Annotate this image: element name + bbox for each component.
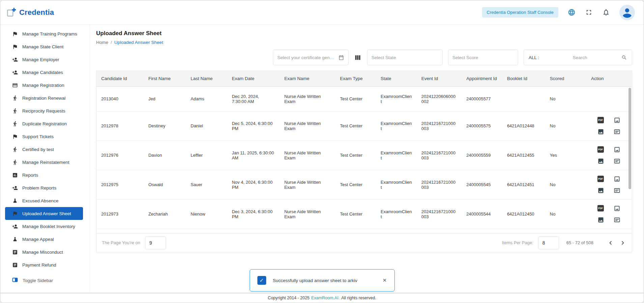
page-number-input[interactable] (145, 236, 166, 249)
column-header[interactable]: Exam Name (280, 71, 335, 86)
sidebar-item[interactable]: Manage Reinstatement (5, 156, 83, 169)
sidebar-item[interactable]: Manage State Client (5, 40, 83, 53)
card-action-icon[interactable] (614, 217, 621, 223)
sidebar-item-label: Registration Renewal (22, 96, 65, 101)
pdf-icon[interactable]: PDF (597, 205, 605, 212)
search-icon[interactable] (621, 55, 627, 60)
next-page-button[interactable] (619, 239, 626, 247)
fullscreen-icon[interactable] (585, 8, 593, 16)
state-filter-placeholder: Select State (371, 55, 438, 60)
cell-last-name: Nienow (186, 199, 227, 229)
sidebar-item[interactable]: Manage Misconduct (5, 246, 83, 258)
card-action-icon[interactable] (614, 158, 621, 165)
search-input[interactable] (541, 55, 619, 60)
card-action-icon[interactable] (614, 128, 621, 135)
cell-last-name: Sauer (186, 170, 227, 199)
cell-scored: No (545, 111, 586, 141)
column-header[interactable]: Booklet Id (502, 71, 545, 86)
sidebar-item[interactable]: Duplicate Registration (5, 117, 83, 130)
action-buttons: PDF (591, 145, 627, 166)
cell-exam-name: Nurse Aide Written Exam (280, 141, 335, 170)
cell-exam-type (335, 229, 376, 233)
cell-last-name: Leffler (186, 141, 227, 170)
state-filter[interactable]: Select State (367, 50, 443, 65)
flag-icon (12, 134, 18, 140)
sidebar-item[interactable]: Payment Refund (5, 258, 83, 271)
column-header[interactable]: Event Id (417, 71, 461, 86)
sidebar-item[interactable]: Manage Training Programs (5, 27, 83, 40)
photo-icon[interactable] (597, 158, 605, 165)
user-avatar[interactable] (619, 5, 635, 20)
sidebar-item-label: Payment Refund (22, 262, 56, 268)
sidebar-item[interactable]: Problem Reports (5, 181, 83, 194)
sidebar-item[interactable]: Manage Registration (5, 79, 83, 92)
photo-icon[interactable] (597, 187, 605, 194)
column-header[interactable]: Scored (545, 71, 586, 86)
cell-event-id: 20241220606000002 (417, 86, 461, 111)
sidebar-item[interactable]: Reciprocity Requests (5, 104, 83, 117)
copyright-text: Copyright 2014 - 2025 (268, 296, 310, 300)
score-filter[interactable]: Select Score (448, 50, 518, 65)
sidebar-item[interactable]: Reports (5, 169, 83, 181)
cell-last-name: Adams (186, 86, 227, 111)
image-icon[interactable] (614, 176, 621, 182)
toast-close-icon[interactable]: ✕ (383, 277, 387, 283)
cell-first-name: Davion (144, 141, 186, 170)
sidebar-item[interactable]: Uploaded Answer Sheet (5, 207, 83, 220)
sidebar-item[interactable]: Certified by test (5, 143, 83, 156)
table-viewport: Candidate IdFirst NameLast NameExam Date… (96, 71, 632, 233)
sidebar-item[interactable]: Manage Employer (5, 53, 83, 66)
pdf-icon[interactable]: PDF (597, 146, 605, 153)
column-header[interactable]: State (376, 71, 417, 86)
sidebar-item[interactable]: Manage Candidates (5, 66, 83, 79)
cell-candidate-id: 2013040 (96, 86, 144, 111)
table-row: 2012976 Davion Leffler Jan 11, 2025, 6:3… (96, 141, 632, 170)
flag-icon (12, 44, 18, 50)
column-header[interactable]: First Name (144, 71, 186, 86)
sidebar-item-label: Manage Registration (22, 83, 64, 88)
beaker-icon (12, 236, 18, 242)
pdf-icon[interactable]: PDF (597, 117, 605, 124)
search-scope-label[interactable]: ALL : (529, 55, 539, 60)
toggle-sidebar-button[interactable]: Toggle Sidebar (0, 274, 90, 287)
column-selector-button[interactable] (354, 54, 362, 61)
image-icon[interactable] (614, 117, 621, 124)
toast-message: Successfully upload answer sheet to arki… (273, 278, 358, 283)
filter-bar: Select your certificate gener... Select … (96, 50, 632, 65)
person-icon (12, 95, 18, 101)
sidebar-item-label: Reciprocity Requests (22, 108, 65, 113)
sidebar-item[interactable]: Support Tickets (5, 130, 83, 143)
sidebar-item[interactable]: Excused Absence (5, 194, 83, 207)
table-scrollbar[interactable] (628, 88, 631, 189)
column-header[interactable]: Last Name (186, 71, 227, 86)
items-per-page-input[interactable] (538, 236, 559, 249)
search-box: ALL : (524, 50, 632, 65)
cell-exam-type: Test Center (335, 199, 376, 229)
pagination-left: The Page You're on (102, 236, 166, 249)
cell-exam-type: Test Center (335, 170, 376, 199)
image-icon[interactable] (614, 205, 621, 212)
examroom-link[interactable]: ExamRoom.AI. (311, 296, 340, 300)
image-icon[interactable] (614, 146, 621, 153)
card-action-icon[interactable] (614, 187, 621, 194)
column-header[interactable]: Candidate Id (96, 71, 144, 86)
certificate-filter-placeholder: Select your certificate gener... (277, 55, 336, 60)
previous-page-button[interactable] (607, 239, 614, 247)
photo-icon[interactable] (597, 128, 605, 135)
column-header[interactable]: Exam Date (227, 71, 280, 86)
notifications-bell-icon[interactable] (602, 8, 610, 16)
chart-icon (12, 172, 18, 178)
column-header[interactable]: Appointment Id (461, 71, 502, 86)
column-header[interactable]: Exam Type (335, 71, 376, 86)
sidebar-item[interactable]: Manage Booklet Inventory (5, 220, 83, 233)
certificate-date-filter[interactable]: Select your certificate gener... (273, 50, 348, 65)
sidebar-item[interactable]: Manage Appeal (5, 233, 83, 246)
table-row: 2013040 Jed Adams Dec 20, 2024, 7:30:00 … (96, 86, 632, 111)
sidebar-item-label: Manage Employer (22, 57, 59, 62)
photo-icon[interactable] (597, 217, 605, 223)
globe-icon[interactable] (568, 8, 576, 16)
column-header[interactable]: Action (586, 71, 632, 86)
breadcrumb-home[interactable]: Home (96, 40, 108, 45)
pdf-icon[interactable]: PDF (597, 176, 605, 182)
sidebar-item[interactable]: Registration Renewal (5, 92, 83, 104)
